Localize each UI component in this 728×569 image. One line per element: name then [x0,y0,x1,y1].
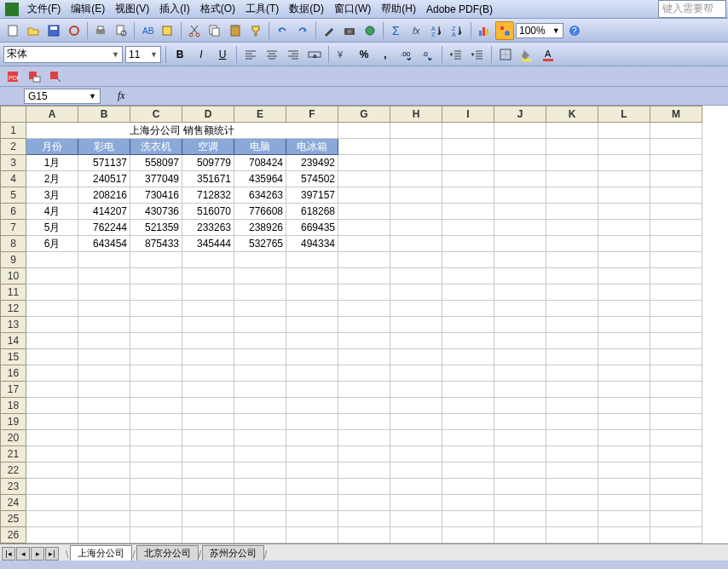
row-header-2[interactable]: 2 [1,139,26,155]
cell-C26[interactable] [130,527,182,543]
cell-A24[interactable] [26,495,78,511]
row-header-4[interactable]: 4 [1,171,26,187]
cell-I19[interactable] [442,414,494,430]
row-header-13[interactable]: 13 [1,317,26,333]
cell-L9[interactable] [598,252,650,268]
cell-E13[interactable] [234,317,286,333]
cell-I15[interactable] [442,349,494,365]
cell-K6[interactable] [546,204,598,220]
cell-E10[interactable] [234,268,286,284]
row-header-17[interactable]: 17 [1,382,26,398]
cell-H9[interactable] [390,252,442,268]
cell-H14[interactable] [390,333,442,349]
cell-I14[interactable] [442,333,494,349]
cell-J8[interactable] [494,236,546,252]
cell-F23[interactable] [286,479,338,495]
cell-E19[interactable] [234,414,286,430]
cell-K23[interactable] [546,479,598,495]
cell-D24[interactable] [182,495,234,511]
cell-J18[interactable] [494,398,546,414]
cell-B11[interactable] [78,284,130,301]
increase-indent-icon[interactable] [468,45,487,64]
cell-J22[interactable] [494,463,546,479]
row-header-20[interactable]: 20 [1,430,26,446]
cell-H2[interactable] [390,139,442,155]
cell-B14[interactable] [78,333,130,349]
cell-K14[interactable] [546,333,598,349]
cell-B20[interactable] [78,430,130,446]
cell-D4[interactable]: 351671 [182,171,234,187]
cell-I16[interactable] [442,365,494,382]
cell-C15[interactable] [130,349,182,365]
sort-desc-icon[interactable]: ZA [448,21,467,40]
cell-H10[interactable] [390,268,442,284]
cell-H3[interactable] [390,155,442,171]
cell-L5[interactable] [598,187,650,204]
cell-D18[interactable] [182,398,234,414]
zoom-input[interactable]: 100%▼ [516,23,563,38]
cell-L25[interactable] [598,511,650,527]
cell-F26[interactable] [286,527,338,543]
row-header-3[interactable]: 3 [1,155,26,171]
cell-H5[interactable] [390,187,442,204]
pdf-review-icon[interactable] [46,67,65,86]
format-painter-icon[interactable] [246,21,265,40]
col-header-L[interactable]: L [598,106,650,123]
cell-J6[interactable] [494,204,546,220]
cell-C19[interactable] [130,414,182,430]
cell-M23[interactable] [650,479,702,495]
cell-L22[interactable] [598,463,650,479]
menu-edit[interactable]: 编辑(E) [66,0,110,18]
hyperlink-icon[interactable] [361,21,379,40]
cell-H25[interactable] [390,511,442,527]
cell-C4[interactable]: 377049 [130,171,182,187]
col-header-I[interactable]: I [442,106,494,123]
cell-D14[interactable] [182,333,234,349]
currency-icon[interactable]: ¥ [333,45,352,64]
cell-M6[interactable] [650,204,702,220]
cell-D19[interactable] [182,414,234,430]
cell-J9[interactable] [494,252,546,268]
cell-F15[interactable] [286,349,338,365]
cell-J2[interactable] [494,139,546,155]
cell-H19[interactable] [390,414,442,430]
cell-F12[interactable] [286,301,338,317]
cell-L26[interactable] [598,527,650,543]
cell-H15[interactable] [390,349,442,365]
cell-B17[interactable] [78,382,130,398]
cell-H24[interactable] [390,495,442,511]
cell-D6[interactable]: 516070 [182,204,234,220]
cell-F16[interactable] [286,365,338,382]
drawing-toolbar-icon[interactable] [495,21,514,40]
cell-D8[interactable]: 345444 [182,236,234,252]
camera-icon[interactable] [340,21,359,40]
cell-G13[interactable] [338,317,390,333]
cell-B19[interactable] [78,414,130,430]
cell-G24[interactable] [338,495,390,511]
print-preview-icon[interactable] [112,21,130,40]
menu-window[interactable]: 窗口(W) [329,0,376,18]
new-icon[interactable] [3,21,22,40]
cell-A18[interactable] [26,398,78,414]
cell-B2[interactable]: 彩电 [78,139,130,155]
cell-G22[interactable] [338,463,390,479]
cut-icon[interactable] [185,21,204,40]
cell-I6[interactable] [442,204,494,220]
italic-icon[interactable]: I [192,45,211,64]
row-header-8[interactable]: 8 [1,236,26,252]
cell-H6[interactable] [390,204,442,220]
cell-J20[interactable] [494,430,546,446]
cell-J19[interactable] [494,414,546,430]
cell-I4[interactable] [442,171,494,187]
cell-B8[interactable]: 643454 [78,236,130,252]
cell-I12[interactable] [442,301,494,317]
cell-K9[interactable] [546,252,598,268]
cell-D20[interactable] [182,430,234,446]
cell-G20[interactable] [338,430,390,446]
cell-K1[interactable] [546,123,598,139]
cell-C3[interactable]: 558097 [130,155,182,171]
cell-I2[interactable] [442,139,494,155]
cell-J4[interactable] [494,171,546,187]
cell-C17[interactable] [130,382,182,398]
cell-E15[interactable] [234,349,286,365]
